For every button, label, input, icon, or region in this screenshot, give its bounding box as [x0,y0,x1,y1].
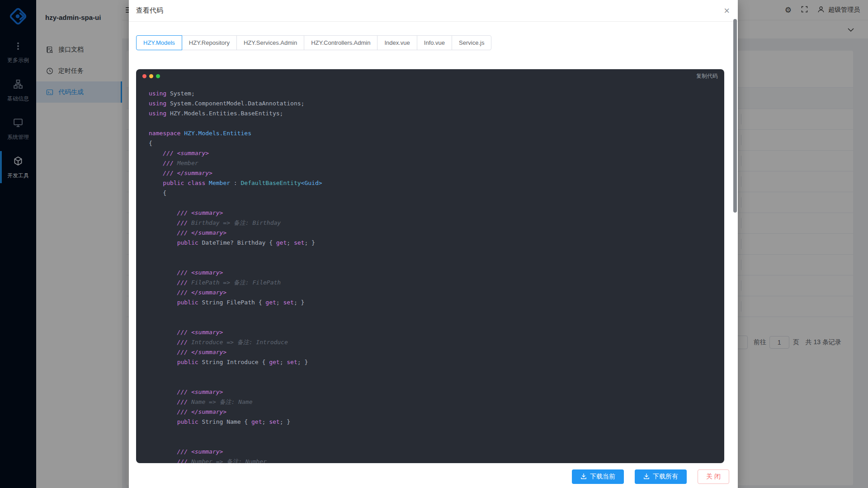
code-line [149,308,724,317]
code-content: using System;using System.ComponentModel… [136,83,724,463]
code-line: /// <summary> [149,268,724,278]
code-line: public String FilePath { get; set; } [149,298,724,308]
code-card: 复制代码 using System;using System.Component… [136,69,724,463]
code-line: /// </summary> [149,228,724,238]
modal-footer: 下载当前 下载所有 关 闭 [129,463,738,488]
code-line [149,377,724,387]
code-card-header: 复制代码 [136,69,724,83]
tab-hzy-repository[interactable]: HZY.Repository [182,35,237,50]
code-line: public DateTime? Birthday { get; set; } [149,238,724,248]
code-line: public class Member : DefaultBaseEntity<… [149,178,724,188]
window-dot-red-icon [142,74,146,78]
code-line: /// <summary> [149,148,724,158]
code-line [149,437,724,447]
code-line: /// <summary> [149,447,724,457]
download-icon [580,473,587,481]
download-current-button[interactable]: 下载当前 [572,469,624,484]
code-line: using System; [149,89,724,99]
close-button[interactable]: 关 闭 [698,469,729,484]
screen: 更多示例 基础信息 系统管理 开发工具 h [0,0,868,488]
tab-index-vue[interactable]: Index.vue [377,35,417,50]
modal-header: 查看代码 × [129,0,738,22]
modal-scrollbar [733,0,737,488]
view-code-modal: 查看代码 × HZY.ModelsHZY.RepositoryHZY.Servi… [129,0,738,488]
code-line [149,427,724,437]
code-line: /// Name => 备注: Name [149,397,724,407]
download-all-button[interactable]: 下载所有 [635,469,687,484]
window-dot-green-icon [156,74,160,78]
download-icon [643,473,650,481]
code-line [149,198,724,208]
code-line [149,118,724,128]
code-line: /// <summary> [149,208,724,218]
window-dots [142,74,160,78]
code-line: /// <summary> [149,327,724,337]
code-line: public String Name { get; set; } [149,417,724,427]
tab-hzy-controllers-admin[interactable]: HZY.Controllers.Admin [304,35,377,50]
code-line: /// </summary> [149,407,724,417]
tab-info-vue[interactable]: Info.vue [417,35,452,50]
close-icon[interactable]: × [723,6,731,16]
code-line: /// Introduce => 备注: Introduce [149,337,724,347]
modal-title: 查看代码 [136,6,163,15]
button-label: 下载所有 [653,473,678,481]
code-line: /// Number => 备注: Number [149,457,724,463]
tab-hzy-models[interactable]: HZY.Models [136,35,182,50]
button-label: 下载当前 [590,473,615,481]
scrollbar-thumb[interactable] [733,19,737,213]
code-line: namespace HZY.Models.Entities [149,128,724,138]
code-line: /// Member [149,158,724,168]
tab-hzy-services-admin[interactable]: HZY.Services.Admin [236,35,304,50]
tab-service-js[interactable]: Service.js [452,35,491,50]
code-line: { [149,188,724,198]
code-line: using System.ComponentModel.DataAnnotati… [149,99,724,109]
code-line: { [149,138,724,148]
button-label: 关 闭 [706,473,721,481]
code-line: /// <summary> [149,387,724,397]
window-dot-yellow-icon [149,74,153,78]
code-line: /// </summary> [149,347,724,357]
code-line [149,367,724,377]
code-line: public String Introduce { get; set; } [149,357,724,367]
code-line [149,258,724,268]
code-file-tabs: HZY.ModelsHZY.RepositoryHZY.Services.Adm… [136,35,731,50]
code-line: /// </summary> [149,168,724,178]
code-line: /// FilePath => 备注: FilePath [149,278,724,288]
code-line [149,248,724,258]
code-line: /// </summary> [149,288,724,298]
code-line: /// Birthday => 备注: Birthday [149,218,724,228]
copy-code-button[interactable]: 复制代码 [696,72,718,80]
code-line [149,317,724,327]
code-line: using HZY.Models.Entities.BaseEntitys; [149,109,724,118]
